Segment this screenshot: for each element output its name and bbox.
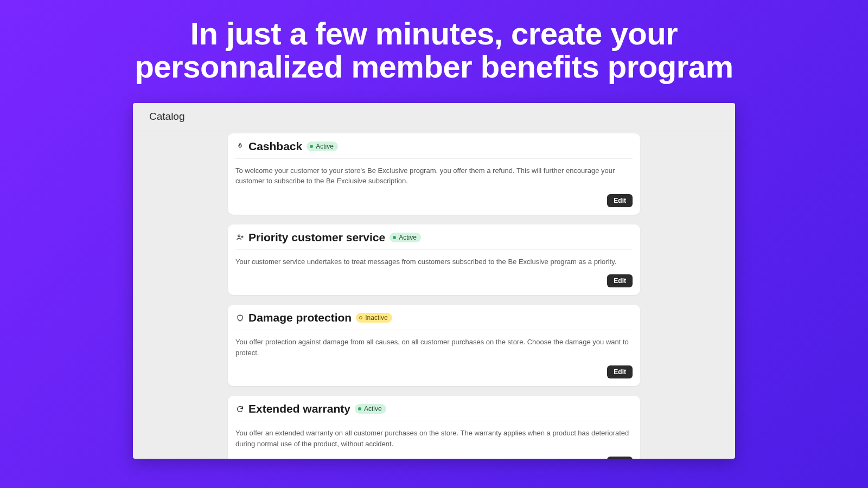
card-actions: Edit: [235, 365, 633, 378]
app-header: Catalog: [133, 103, 735, 131]
hero-title-line2: personnalized member benefits program: [135, 49, 733, 84]
app-body[interactable]: Cashback Active To welcome your customer…: [133, 131, 735, 459]
status-badge: Active: [355, 404, 386, 414]
card-actions: Edit: [235, 194, 633, 207]
card-header: Damage protection Inactive: [235, 311, 633, 330]
card-title: Damage protection: [248, 311, 352, 324]
status-label: Active: [316, 143, 334, 150]
hero-title: In just a few minutes, create your perso…: [135, 17, 733, 84]
edit-button[interactable]: Edit: [607, 274, 633, 287]
status-dot-icon: [358, 407, 361, 410]
refresh-icon: [235, 404, 244, 413]
card-actions: Edit: [235, 457, 633, 459]
flame-icon: [235, 142, 244, 151]
status-label: Inactive: [365, 314, 387, 322]
benefit-card-damage-protection: Damage protection Inactive You offer pro…: [228, 305, 640, 386]
status-badge: Active: [307, 142, 338, 151]
status-label: Active: [399, 234, 417, 241]
card-title: Cashback: [248, 140, 302, 153]
status-dot-icon: [359, 316, 362, 319]
card-header: Extended warranty Active: [235, 402, 633, 421]
edit-button[interactable]: Edit: [607, 194, 633, 207]
edit-button[interactable]: Edit: [607, 457, 633, 459]
card-description: You offer an extended warranty on all cu…: [235, 421, 633, 453]
status-dot-icon: [393, 236, 396, 239]
card-description: You offer protection against damage from…: [235, 330, 633, 362]
card-title: Extended warranty: [248, 402, 350, 415]
card-description: Your customer service undertakes to trea…: [235, 250, 633, 272]
benefit-card-extended-warranty: Extended warranty Active You offer an ex…: [228, 396, 640, 459]
hero-title-line1: In just a few minutes, create your: [190, 16, 678, 51]
benefit-card-cashback: Cashback Active To welcome your customer…: [228, 133, 640, 215]
svg-point-0: [238, 235, 240, 237]
status-label: Active: [364, 405, 382, 413]
status-badge: Inactive: [356, 313, 392, 323]
card-header: Cashback Active: [235, 140, 633, 159]
status-badge: Active: [390, 233, 421, 242]
status-dot-icon: [310, 145, 313, 148]
card-actions: Edit: [235, 274, 633, 287]
edit-button[interactable]: Edit: [607, 365, 633, 378]
benefit-card-priority-service: Priority customer service Active Your cu…: [228, 224, 640, 296]
shield-icon: [235, 313, 244, 322]
card-header: Priority customer service Active: [235, 231, 633, 250]
user-plus-icon: [235, 233, 244, 242]
card-title: Priority customer service: [248, 231, 385, 244]
app-window: Catalog Cashback Active To welcome your …: [133, 103, 735, 459]
page-title: Catalog: [149, 111, 185, 123]
card-description: To welcome your customer to your store's…: [235, 159, 633, 191]
